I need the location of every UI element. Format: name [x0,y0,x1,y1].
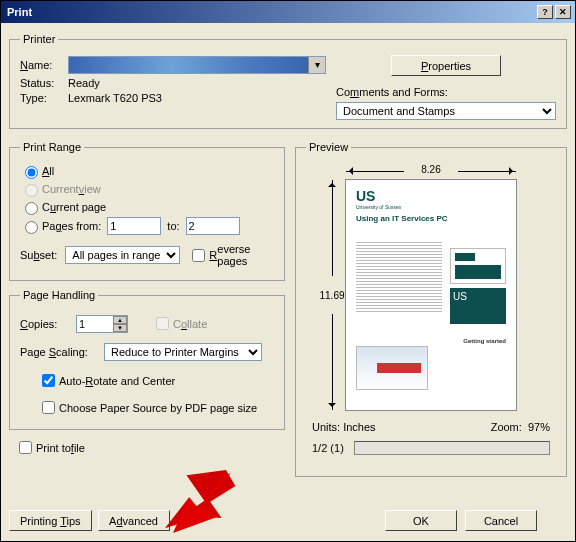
cancel-button[interactable]: Cancel [465,510,537,531]
printer-group: Printer Name: Status: Ready Type: Lexmar… [9,33,567,129]
subset-select[interactable]: All pages in range [65,246,180,264]
width-dimension: 8.26 [346,164,516,175]
advanced-button[interactable]: Advanced [98,510,170,531]
print-to-file-check[interactable]: Print to file [15,438,285,457]
printer-name-select[interactable] [68,56,326,74]
zoom-display: Zoom: 97% [491,421,550,433]
copies-spinner[interactable]: ▲▼ [76,315,128,333]
page-handling-group: Page Handling Copies: ▲▼ Collate Page Sc… [9,289,285,430]
to-label: to: [167,220,179,232]
spin-down-icon[interactable]: ▼ [113,324,127,332]
name-label: Name: [20,59,68,71]
collate-check: Collate [152,314,207,333]
type-value: Lexmark T620 PS3 [68,92,162,104]
reverse-pages-check[interactable]: Reverse pages [188,243,274,267]
window-title: Print [5,6,535,18]
pages-to-input[interactable] [186,217,240,235]
status-label: Status: [20,77,68,89]
properties-button[interactable]: Properties [391,55,501,76]
radio-pages-from[interactable]: Pages from: to: [20,217,274,235]
printing-tips-button[interactable]: Printing Tips [9,510,92,531]
radio-current-view: Current view [20,181,274,197]
comments-label: Comments and Forms: [336,86,556,98]
radio-current-page[interactable]: Current page [20,199,274,215]
subset-label: Subset: [20,249,57,261]
status-value: Ready [68,77,100,89]
type-label: Type: [20,92,68,104]
page-indicator: 1/2 (1) [312,442,344,454]
copies-label: Copies: [20,318,76,330]
height-dimension: 11.69 [320,180,344,410]
page-preview: 8.26 11.69 US University of Sussex Using… [345,179,517,411]
pages-from-input[interactable] [107,217,161,235]
spin-up-icon[interactable]: ▲ [113,316,127,324]
range-legend: Print Range [20,141,84,153]
copies-input[interactable] [77,316,113,332]
scaling-select[interactable]: Reduce to Printer Margins [104,343,262,361]
page-slider[interactable] [354,441,550,455]
units-display: Units: Inches [312,421,376,433]
scaling-label: Page Scaling: [20,346,100,358]
autorotate-check[interactable]: Auto-Rotate and Center [38,371,274,390]
print-range-group: Print Range All Current view Current pag… [9,141,285,281]
titlebar: Print ? ✕ [1,1,575,23]
preview-group: Preview 8.26 11.69 US University of Suss… [295,141,567,477]
preview-legend: Preview [306,141,351,153]
help-button[interactable]: ? [537,5,553,19]
ok-button[interactable]: OK [385,510,457,531]
close-button[interactable]: ✕ [555,5,571,19]
handling-legend: Page Handling [20,289,98,301]
printer-legend: Printer [20,33,58,45]
choose-source-check[interactable]: Choose Paper Source by PDF page size [38,398,274,417]
radio-all[interactable]: All [20,163,274,179]
comments-select[interactable]: Document and Stamps [336,102,556,120]
preview-doc: US University of Sussex Using an IT Serv… [356,188,506,402]
